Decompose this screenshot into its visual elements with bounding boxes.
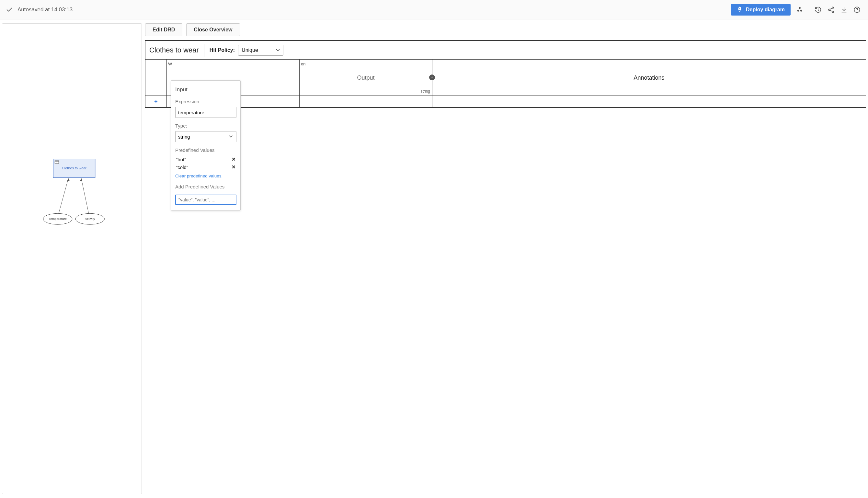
popover-heading: Input [175, 87, 236, 93]
modules-icon[interactable] [796, 6, 804, 14]
decision-table-header: Clothes to wear Hit Policy: Unique [145, 41, 866, 60]
svg-point-1 [799, 7, 801, 9]
drd-overview-pane[interactable]: Clothes to wear Temperature Activity [2, 23, 142, 494]
decision-table-title[interactable]: Clothes to wear [149, 46, 199, 54]
svg-rect-9 [55, 161, 59, 163]
output-type-footer: string [421, 89, 430, 94]
predefined-value-text: "hot" [176, 157, 186, 162]
svg-point-3 [800, 9, 802, 11]
decision-table: Clothes to wear Hit Policy: Unique W en … [145, 40, 866, 108]
download-icon[interactable] [840, 6, 848, 14]
expression-label: Expression [175, 99, 236, 104]
input-column-popover: Input Expression Type: string Predefined… [171, 80, 241, 210]
add-rule-button[interactable]: + [145, 96, 167, 107]
output-header-label: Output [357, 75, 374, 81]
add-row-cell: + [145, 96, 167, 107]
when-label-fragment: W [168, 62, 172, 66]
add-predefined-value-input[interactable] [175, 195, 236, 205]
deploy-button-label: Deploy diagram [746, 7, 785, 13]
predefined-values-label: Predefined Values [175, 147, 236, 153]
remove-predefined-value-button[interactable]: ✕ [232, 164, 236, 170]
decision-table-pane: Edit DRD Close Overview Clothes to wear … [145, 23, 866, 494]
input-node-temperature-label: Temperature [49, 217, 67, 221]
add-output-column-button[interactable]: + [429, 75, 435, 80]
svg-point-8 [857, 11, 857, 11]
drd-edge-2 [81, 179, 89, 213]
input-node-activity-label: Activity [85, 217, 95, 221]
topbar-separator [809, 5, 809, 14]
rocket-icon [737, 6, 743, 13]
index-header-cell [145, 60, 167, 96]
check-icon [6, 6, 13, 13]
new-rule-annotation-cell[interactable] [432, 96, 866, 107]
type-select[interactable]: string [175, 131, 236, 142]
then-label-fragment: en [301, 62, 306, 66]
share-icon[interactable] [827, 6, 835, 14]
topbar-right: Deploy diagram [731, 4, 861, 15]
predefined-value-text: "cold" [176, 165, 188, 170]
header-separator [204, 44, 204, 57]
hit-policy-select[interactable]: Unique [238, 45, 283, 56]
clear-predefined-values-link[interactable]: Clear predefined values. [175, 173, 222, 179]
decision-node-label: Clothes to wear [62, 166, 87, 170]
svg-point-2 [797, 9, 799, 11]
predefined-value-item: "hot" ✕ [175, 155, 236, 163]
table-header-row: W en Output string + Annotations [145, 60, 866, 96]
autosave-status: Autosaved at 14:03:13 [17, 6, 73, 13]
expression-input[interactable] [175, 107, 236, 118]
hit-policy-label: Hit Policy: [209, 47, 235, 53]
pane-toolbar: Edit DRD Close Overview [145, 23, 866, 36]
remove-predefined-value-button[interactable]: ✕ [232, 156, 236, 162]
table-add-row: + [145, 96, 866, 107]
edit-drd-button[interactable]: Edit DRD [145, 23, 182, 36]
drd-diagram: Clothes to wear Temperature Activity [2, 24, 142, 268]
drd-edge-1 [59, 179, 68, 213]
output-header-cell[interactable]: en Output string + [300, 60, 432, 96]
predefined-values-list: "hot" ✕ "cold" ✕ [175, 155, 236, 171]
close-overview-button[interactable]: Close Overview [186, 23, 240, 36]
help-icon[interactable] [853, 6, 861, 14]
topbar: Autosaved at 14:03:13 Deploy diagram [0, 0, 868, 19]
add-predefined-label: Add Predefined Values [175, 184, 236, 189]
svg-point-0 [739, 8, 740, 9]
history-icon[interactable] [814, 6, 822, 14]
type-label: Type: [175, 123, 236, 129]
new-rule-output-cell[interactable] [300, 96, 432, 107]
arrowhead-1 [67, 179, 70, 181]
topbar-left: Autosaved at 14:03:13 [6, 6, 73, 13]
main-area: Clothes to wear Temperature Activity Edi… [0, 19, 868, 498]
annotations-header-cell[interactable]: Annotations [432, 60, 866, 96]
annotations-header-label: Annotations [634, 75, 664, 81]
table-glyph-icon [55, 161, 59, 163]
arrowhead-2 [80, 179, 82, 181]
predefined-value-item: "cold" ✕ [175, 163, 236, 171]
deploy-button[interactable]: Deploy diagram [731, 4, 791, 15]
